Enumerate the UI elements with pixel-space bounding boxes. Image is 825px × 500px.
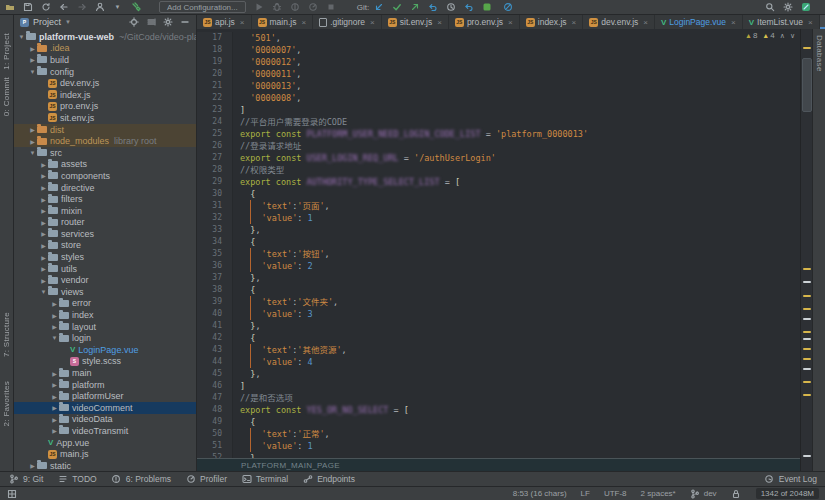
tree-item-dev.env.js[interactable]: JSdev.env.js (14, 77, 196, 89)
line-number[interactable]: 48 (197, 404, 233, 416)
editor-tab-.gitignore[interactable]: .gitignore× (313, 15, 382, 29)
open-folder-icon[interactable] (4, 2, 15, 13)
line-number[interactable]: 52 (197, 452, 233, 458)
lock-icon[interactable] (731, 488, 742, 499)
code-line-29[interactable]: 29export const AUTHORITY_TYPE_SELECT_LIS… (197, 176, 800, 188)
stripe-mark[interactable] (803, 455, 811, 457)
code-line-19[interactable]: 19 '0000012', (197, 56, 800, 68)
stripe-mark[interactable] (803, 348, 811, 350)
stripe-mark[interactable] (803, 394, 811, 396)
tree-item-services[interactable]: ▶services (14, 228, 196, 240)
tree-item-style.scss[interactable]: Sstyle.scss (14, 356, 196, 368)
tab-close-icon[interactable]: × (572, 18, 577, 27)
line-number[interactable]: 18 (197, 44, 233, 56)
tree-item-utils[interactable]: ▶utils (14, 263, 196, 275)
code-line-51[interactable]: 51 'value': 1 (197, 440, 800, 452)
code-line-31[interactable]: 31 'text':'页面', (197, 200, 800, 212)
tree-item-pro.env.js[interactable]: JSpro.env.js (14, 101, 196, 113)
code-line-34[interactable]: 34 { (197, 236, 800, 248)
run-configuration-select[interactable]: Add Configuration... (159, 1, 246, 13)
code-line-17[interactable]: 17 '501', (197, 32, 800, 44)
line-number[interactable]: 51 (197, 440, 233, 452)
green-status-icon[interactable] (481, 2, 492, 13)
sync-icon[interactable] (40, 2, 51, 13)
line-ending[interactable]: LF (581, 489, 590, 498)
line-number[interactable]: 47 (197, 392, 233, 404)
stripe-mark[interactable] (803, 318, 811, 320)
tree-item-build[interactable]: ▶build (14, 54, 196, 66)
line-number[interactable]: 23 (197, 104, 233, 116)
stripe-mark[interactable] (803, 281, 811, 283)
plugin-circle-icon[interactable] (502, 2, 513, 13)
event-log-button[interactable]: Event Log (764, 474, 817, 485)
file-encoding[interactable]: UTF-8 (604, 489, 627, 498)
project-panel-title[interactable]: Project (33, 17, 61, 27)
tab-close-icon[interactable]: × (643, 18, 648, 27)
code-line-50[interactable]: 50 'text':'正常', (197, 428, 800, 440)
editor[interactable]: 17 '501',18 '0000007',19 '0000012',20 '0… (197, 29, 800, 471)
tree-item-videoData[interactable]: ▶videoData (14, 414, 196, 426)
line-number[interactable]: 33 (197, 224, 233, 236)
stripe-mark[interactable] (803, 47, 811, 49)
tree-item-main.js[interactable]: JSmain.js (14, 448, 196, 460)
tree-item-platform[interactable]: ▶platform (14, 379, 196, 391)
tree-item-platformUser[interactable]: ▶platformUser (14, 390, 196, 402)
tree-item-static[interactable]: ▶static (14, 460, 196, 471)
profile-icon[interactable] (94, 2, 105, 13)
run-icon[interactable] (254, 2, 265, 13)
editor-tab-sit.env.js[interactable]: JSsit.env.js× (382, 15, 449, 29)
build-hammer-icon[interactable] (130, 2, 141, 13)
line-number[interactable]: 36 (197, 260, 233, 272)
git-push-icon[interactable] (409, 2, 420, 13)
tree-item-components[interactable]: ▶components (14, 170, 196, 182)
code-line-18[interactable]: 18 '0000007', (197, 44, 800, 56)
tab-close-icon[interactable]: × (808, 18, 813, 27)
line-number[interactable]: 22 (197, 92, 233, 104)
line-number[interactable]: 27 (197, 152, 233, 164)
code-line-21[interactable]: 21 '0000013', (197, 80, 800, 92)
editor-tab-api.js[interactable]: JSapi.js× (197, 15, 252, 29)
profiler-icon[interactable] (308, 2, 319, 13)
ide-logo-icon[interactable] (800, 2, 811, 13)
stripe-mark[interactable] (803, 358, 811, 360)
line-number[interactable]: 31 (197, 200, 233, 212)
toolwindow-database[interactable]: Database (815, 35, 824, 72)
code-line-33[interactable]: 33 }, (197, 224, 800, 236)
toolwindow-button-0-Commit[interactable]: 0: Commit (2, 77, 11, 116)
stripe-mark[interactable] (803, 338, 811, 340)
memory-indicator[interactable]: 1342 of 2048M (756, 488, 819, 499)
line-number[interactable]: 44 (197, 356, 233, 368)
tree-item-.idea[interactable]: ▶.idea (14, 43, 196, 55)
line-number[interactable]: 21 (197, 80, 233, 92)
settings-gear-icon[interactable] (162, 17, 173, 28)
tree-item-LoginPage.vue[interactable]: VLoginPage.vue (14, 344, 196, 356)
toolwindow-button-Profiler[interactable]: Profiler (185, 474, 227, 485)
expand-collapse-icon[interactable] (145, 17, 156, 28)
code-line-26[interactable]: 26//登录请求地址 (197, 140, 800, 152)
toolwindow-button-6-Problems[interactable]: 6: Problems (111, 474, 171, 485)
forward-icon[interactable] (76, 2, 87, 13)
line-number[interactable]: 20 (197, 68, 233, 80)
tree-item-index[interactable]: ▶index (14, 309, 196, 321)
toolwindow-button-9-Git[interactable]: 9: Git (8, 474, 43, 485)
stripe-mark[interactable] (803, 308, 811, 310)
toolwindow-button-1-Project[interactable]: 1: Project (2, 33, 11, 70)
tree-item-login[interactable]: ▼login (14, 332, 196, 344)
tree-item-videoTransmit[interactable]: ▶videoTransmit (14, 425, 196, 437)
debug-icon[interactable] (272, 2, 283, 13)
line-number[interactable]: 38 (197, 284, 233, 296)
code-line-38[interactable]: 38 { (197, 284, 800, 296)
code-line-32[interactable]: 32 'value': 1 (197, 212, 800, 224)
stop-icon[interactable] (326, 2, 337, 13)
tab-close-icon[interactable]: × (508, 18, 513, 27)
code-line-45[interactable]: 45 }, (197, 368, 800, 380)
editor-tab-commonConstants.js[interactable]: JScommonConstants.js× (820, 15, 825, 29)
search-icon[interactable] (764, 2, 775, 13)
tab-close-icon[interactable]: × (731, 18, 736, 27)
line-number[interactable]: 50 (197, 428, 233, 440)
indent-setting[interactable]: 2 spaces* (641, 489, 676, 498)
line-number[interactable]: 24 (197, 116, 233, 128)
code-line-22[interactable]: 22 '0000008', (197, 92, 800, 104)
git-update-icon[interactable] (373, 2, 384, 13)
tab-close-icon[interactable]: × (301, 18, 306, 27)
